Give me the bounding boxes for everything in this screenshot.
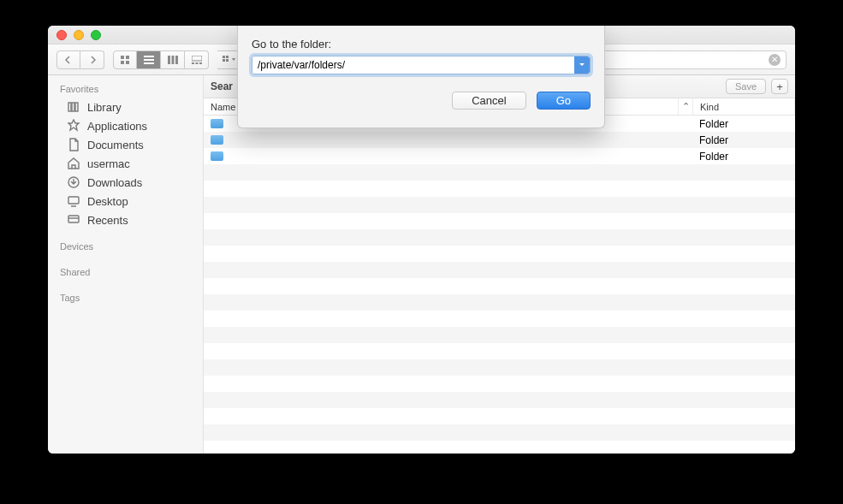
go-to-folder-sheet: Go to the folder: Cancel Go — [237, 26, 605, 128]
path-combobox[interactable] — [252, 56, 591, 74]
path-input[interactable] — [252, 56, 574, 74]
sheet-prompt: Go to the folder: — [252, 38, 591, 50]
finder-window: Searching “folders” — [48, 26, 795, 454]
chevron-down-icon — [579, 62, 585, 68]
path-dropdown-button[interactable] — [574, 56, 590, 74]
cancel-button[interactable]: Cancel — [452, 92, 525, 110]
go-button[interactable]: Go — [537, 92, 591, 110]
sheet-overlay: Go to the folder: Cancel Go — [48, 26, 795, 454]
